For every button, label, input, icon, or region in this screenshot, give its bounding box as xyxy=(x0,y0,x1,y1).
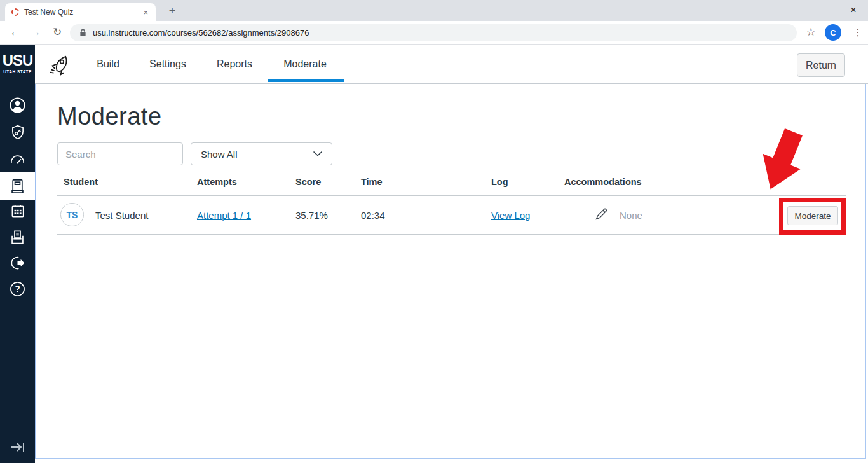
browser-tab-strip: Test New Quiz × + — × xyxy=(0,0,868,21)
tab-build[interactable]: Build xyxy=(97,45,119,84)
col-header-score: Score xyxy=(295,177,321,187)
new-quizzes-rocket-icon xyxy=(48,53,72,77)
tab-settings[interactable]: Settings xyxy=(149,45,186,84)
window-restore-button[interactable] xyxy=(810,0,839,20)
canvas-favicon-icon xyxy=(11,8,19,16)
dashboard-gauge-icon xyxy=(9,151,26,168)
new-tab-button[interactable]: + xyxy=(164,3,180,20)
usu-logo-text: USU xyxy=(0,52,35,69)
expand-arrow-icon xyxy=(10,439,26,455)
filter-dropdown[interactable]: Show All xyxy=(191,142,332,165)
sidebar-item-calendar[interactable] xyxy=(0,198,35,225)
view-log-link[interactable]: View Log xyxy=(491,210,530,221)
forward-button[interactable]: → xyxy=(27,21,44,44)
col-header-time: Time xyxy=(361,177,383,187)
help-icon: ? xyxy=(9,280,26,298)
back-button[interactable]: ← xyxy=(6,21,24,44)
commons-arrow-icon xyxy=(9,254,26,272)
student-name: Test Student xyxy=(95,210,148,221)
time-value: 02:34 xyxy=(361,210,385,221)
attempt-link[interactable]: Attempt 1 / 1 xyxy=(197,210,251,221)
bookmark-star-icon[interactable]: ☆ xyxy=(802,21,820,44)
tab-title: Test New Quiz xyxy=(24,8,142,17)
url-bar[interactable]: usu.instructure.com/courses/562682/assig… xyxy=(70,24,797,41)
score-value: 35.71% xyxy=(295,210,328,221)
browser-profile-avatar[interactable]: C xyxy=(825,24,841,41)
tab-reports[interactable]: Reports xyxy=(217,45,252,84)
courses-book-icon xyxy=(9,178,26,195)
sidebar-item-account[interactable] xyxy=(0,92,35,118)
browser-tab[interactable]: Test New Quiz × xyxy=(5,3,156,21)
sidebar-item-inbox[interactable] xyxy=(0,224,35,251)
table-row-divider xyxy=(57,234,846,235)
user-icon xyxy=(9,97,26,114)
url-text: usu.instructure.com/courses/562682/assig… xyxy=(93,28,309,38)
quiz-nav-bar: Build Settings Reports Moderate Return xyxy=(35,45,868,84)
moderate-row-button[interactable]: Moderate xyxy=(787,206,838,225)
calendar-icon xyxy=(10,203,26,219)
window-controls: — × xyxy=(780,0,868,20)
shield-key-icon xyxy=(10,124,26,141)
col-header-student: Student xyxy=(64,177,98,187)
page-title: Moderate xyxy=(57,103,162,130)
return-button[interactable]: Return xyxy=(797,53,845,77)
sidebar-item-commons[interactable] xyxy=(0,249,35,276)
lock-icon xyxy=(79,29,86,37)
reload-button[interactable]: ↻ xyxy=(48,21,66,44)
search-input[interactable] xyxy=(57,142,183,165)
window-close-button[interactable]: × xyxy=(839,0,868,20)
pencil-icon[interactable] xyxy=(594,207,609,221)
col-header-log: Log xyxy=(491,177,508,187)
browser-toolbar: ← → ↻ usu.instructure.com/courses/562682… xyxy=(0,21,868,45)
tab-close-icon[interactable]: × xyxy=(142,8,149,17)
svg-text:?: ? xyxy=(15,284,20,294)
sidebar-item-dashboard[interactable] xyxy=(0,146,35,172)
student-avatar: TS xyxy=(60,203,84,226)
screen: Test New Quiz × + — × ← → ↻ usu.instruct… xyxy=(0,0,868,463)
sidebar-item-courses[interactable] xyxy=(0,172,35,200)
browser-menu-icon[interactable]: ⋮ xyxy=(850,21,865,44)
chevron-down-icon xyxy=(313,151,323,157)
usu-logo[interactable]: USU UTAH STATE xyxy=(0,52,35,74)
col-header-accommodations: Accommodations xyxy=(564,177,642,187)
moderate-content-frame: Moderate Show All Student Attempts Score… xyxy=(35,84,866,459)
restore-icon xyxy=(822,8,827,13)
sidebar-item-admin[interactable] xyxy=(0,119,35,146)
window-minimize-button[interactable]: — xyxy=(780,0,810,20)
sidebar-expand-button[interactable] xyxy=(0,434,35,460)
inbox-icon xyxy=(9,229,26,246)
usu-logo-subtext: UTAH STATE xyxy=(0,69,35,74)
sidebar-item-help[interactable]: ? xyxy=(0,275,35,302)
global-nav-sidebar: USU UTAH STATE xyxy=(0,45,35,463)
tab-moderate[interactable]: Moderate xyxy=(283,45,327,84)
active-tab-underline xyxy=(268,79,344,82)
filter-selected-value: Show All xyxy=(201,149,313,160)
col-header-attempts: Attempts xyxy=(197,177,237,187)
table-header-divider xyxy=(57,195,846,196)
accommodations-value: None xyxy=(620,210,642,221)
